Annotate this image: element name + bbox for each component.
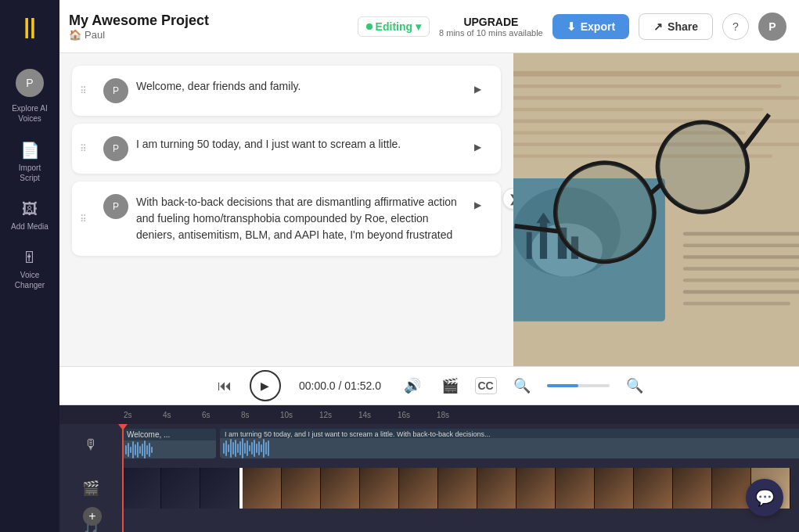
ruler-mark-8s: 8s bbox=[239, 411, 279, 419]
card-play-button-2[interactable]: ▶ bbox=[466, 136, 488, 158]
upgrade-label: UPGRADE bbox=[439, 16, 543, 28]
help-button[interactable]: ? bbox=[722, 13, 749, 40]
video-icon: 🎬 bbox=[82, 480, 99, 497]
video-thumb-8 bbox=[399, 468, 438, 509]
svg-rect-1 bbox=[513, 71, 799, 77]
script-panel: ⠿ P Welcome, dear friends and family. ▶ … bbox=[59, 53, 513, 366]
project-info: My Awesome Project 🏠 Paul bbox=[69, 13, 348, 41]
preview-panel bbox=[513, 53, 799, 366]
track-sidebar-video: 🎬 bbox=[59, 480, 122, 497]
svg-rect-14 bbox=[683, 290, 799, 294]
playhead[interactable] bbox=[122, 424, 124, 532]
audio-label-1: Welcome, ... bbox=[122, 429, 216, 440]
collapse-panel-button[interactable]: ❯ bbox=[502, 188, 513, 210]
drag-handle-3[interactable]: ⠿ bbox=[80, 214, 87, 225]
video-thumb-6 bbox=[321, 468, 360, 509]
ruler-mark-14s: 14s bbox=[357, 411, 396, 419]
chat-button[interactable]: 💬 bbox=[746, 479, 783, 516]
audio-block-1[interactable]: Welcome, ... bbox=[122, 429, 216, 458]
svg-rect-10 bbox=[683, 243, 799, 247]
script-card-1: ⠿ P Welcome, dear friends and family. ▶ bbox=[72, 66, 501, 116]
card-play-button-3[interactable]: ▶ bbox=[466, 194, 488, 216]
mic-icon: 🎙 bbox=[84, 437, 98, 453]
play-pause-button[interactable]: ▶ bbox=[250, 370, 281, 401]
svg-rect-15 bbox=[683, 302, 790, 306]
download-icon: ⬇ bbox=[567, 20, 576, 33]
svg-rect-2 bbox=[513, 84, 782, 88]
upgrade-info[interactable]: UPGRADE 8 mins of 10 mins available bbox=[439, 16, 543, 38]
sidebar-item-label-import: Import Script bbox=[9, 163, 50, 183]
video-track: 🎬 bbox=[59, 465, 799, 512]
audio-track-1: 🎙 Welcome, ... I am turning 50 today, an… bbox=[59, 427, 799, 462]
video-thumb-10 bbox=[477, 468, 516, 509]
card-avatar-3: P bbox=[103, 194, 128, 219]
card-text-1: Welcome, dear friends and family. bbox=[136, 78, 459, 95]
player-controls: ⏮ ▶ 00:00.0 / 01:52.0 🔊 🎬 CC 🔍 🔍 bbox=[59, 366, 799, 405]
voice-changer-icon: 🎚 bbox=[22, 249, 38, 267]
chevron-down-icon: ▾ bbox=[416, 20, 421, 33]
time-display: 00:00.0 / 01:52.0 bbox=[293, 379, 387, 392]
video-thumb-14 bbox=[634, 468, 673, 509]
audio-waveform-1 bbox=[122, 440, 216, 458]
video-thumb-9 bbox=[438, 468, 477, 509]
video-thumb-4 bbox=[243, 468, 282, 509]
drag-handle-2[interactable]: ⠿ bbox=[80, 143, 87, 154]
zoom-fill bbox=[547, 384, 578, 387]
sidebar-item-explore-ai[interactable]: P Explore AI Voices bbox=[5, 63, 55, 130]
timeline-ruler: 2s 4s 6s 8s 10s 12s 14s 16s 18s bbox=[59, 405, 799, 424]
sidebar-item-add-media[interactable]: 🖼 Add Media bbox=[5, 194, 55, 238]
sidebar-item-label-media: Add Media bbox=[11, 221, 49, 232]
card-play-button-1[interactable]: ▶ bbox=[466, 78, 488, 100]
ruler-mark-2s: 2s bbox=[122, 411, 161, 419]
script-card-2: ⠿ P I am turning 50 today, and I just wa… bbox=[72, 124, 501, 174]
svg-rect-7 bbox=[513, 142, 799, 146]
chat-icon: 💬 bbox=[755, 488, 775, 507]
captions-button[interactable]: CC bbox=[475, 377, 497, 394]
svg-rect-12 bbox=[683, 267, 799, 271]
avatar[interactable]: P bbox=[758, 13, 786, 41]
skip-back-button[interactable]: ⏮ bbox=[212, 373, 237, 398]
zoom-track[interactable] bbox=[547, 384, 610, 387]
track-content-music bbox=[122, 515, 799, 532]
add-track-button[interactable]: + bbox=[83, 507, 102, 526]
ruler-mark-6s: 6s bbox=[200, 411, 239, 419]
video-thumb-2 bbox=[161, 468, 200, 509]
video-thumb-11 bbox=[516, 468, 556, 509]
svg-rect-13 bbox=[683, 279, 799, 282]
video-strip[interactable] bbox=[122, 468, 799, 509]
card-text-2: I am turning 50 today, and I just want t… bbox=[136, 136, 459, 153]
audio-label-2: I am turning 50 today, and I just want t… bbox=[220, 429, 799, 438]
sidebar: P Explore AI Voices 📄 Import Script 🖼 Ad… bbox=[0, 53, 59, 532]
export-button[interactable]: ⬇ Export bbox=[552, 14, 629, 39]
add-media-icon: 🖼 bbox=[22, 200, 38, 218]
sidebar-item-label-explore: Explore AI Voices bbox=[9, 103, 50, 124]
video-thumb-13 bbox=[595, 468, 634, 509]
card-avatar-1: P bbox=[103, 78, 128, 103]
music-track: 🎵 bbox=[59, 515, 799, 532]
home-icon: 🏠 bbox=[69, 29, 81, 41]
scenes-button[interactable]: 🎬 bbox=[437, 373, 462, 398]
zoom-in-button[interactable]: 🔍 bbox=[622, 373, 647, 398]
video-thumb-7 bbox=[360, 468, 399, 509]
svg-rect-11 bbox=[683, 255, 799, 259]
track-content-video bbox=[122, 466, 799, 510]
zoom-out-button[interactable]: 🔍 bbox=[509, 373, 534, 398]
video-thumb-3 bbox=[200, 468, 239, 509]
svg-rect-4 bbox=[513, 108, 764, 112]
editing-badge[interactable]: Editing ▾ bbox=[358, 16, 430, 37]
video-thumb-5 bbox=[282, 468, 321, 509]
video-thumb-15 bbox=[673, 468, 712, 509]
ruler-marks: 2s 4s 6s 8s 10s 12s 14s 16s 18s bbox=[122, 405, 474, 424]
ruler-mark-12s: 12s bbox=[318, 411, 357, 419]
ruler-mark-10s: 10s bbox=[279, 411, 318, 419]
share-button[interactable]: ↗ Share bbox=[639, 13, 713, 40]
volume-button[interactable]: 🔊 bbox=[400, 373, 425, 398]
editing-status-dot bbox=[366, 23, 373, 30]
sidebar-item-import-script[interactable]: 📄 Import Script bbox=[5, 135, 55, 189]
preview-visual bbox=[513, 53, 799, 366]
audio-block-2[interactable]: I am turning 50 today, and I just want t… bbox=[220, 429, 799, 458]
app-logo: || bbox=[23, 14, 36, 39]
video-thumb-16 bbox=[712, 468, 751, 509]
drag-handle-1[interactable]: ⠿ bbox=[80, 85, 87, 96]
sidebar-item-voice-changer[interactable]: 🎚 Voice Changer bbox=[5, 243, 55, 297]
